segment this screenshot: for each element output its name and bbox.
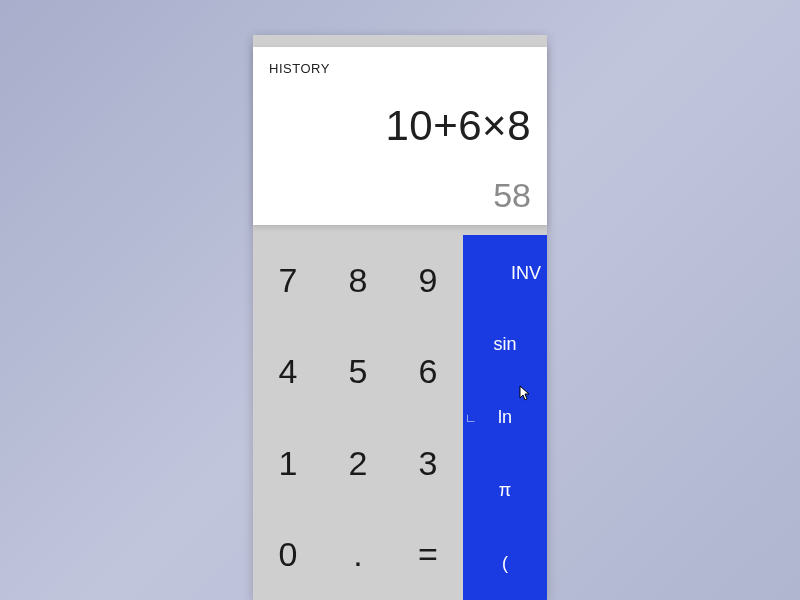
display-card: HISTORY 10+6×8 58 [253,47,547,225]
calculator-window: HISTORY 10+6×8 58 7 8 9 4 5 6 1 2 3 0 . … [253,35,547,600]
numeric-pad: 7 8 9 4 5 6 1 2 3 0 . = [253,235,463,600]
result-display: 58 [269,176,531,215]
decimal-point-button[interactable]: . [323,509,393,600]
digit-0-button[interactable]: 0 [253,509,323,600]
history-label[interactable]: HISTORY [269,61,531,76]
inv-button[interactable]: INV [463,239,547,308]
pi-button[interactable]: π [463,454,547,527]
digit-3-button[interactable]: 3 [393,418,463,509]
drawer-handle-icon[interactable]: ∟ [465,411,477,425]
expression-display[interactable]: 10+6×8 [269,76,531,176]
digit-8-button[interactable]: 8 [323,235,393,326]
digit-2-button[interactable]: 2 [323,418,393,509]
scientific-drawer: ∟ INV sin ln π ( [463,235,547,600]
digit-9-button[interactable]: 9 [393,235,463,326]
sin-button[interactable]: sin [463,308,547,381]
equals-button[interactable]: = [393,509,463,600]
digit-1-button[interactable]: 1 [253,418,323,509]
digit-6-button[interactable]: 6 [393,326,463,417]
digit-4-button[interactable]: 4 [253,326,323,417]
digit-5-button[interactable]: 5 [323,326,393,417]
digit-7-button[interactable]: 7 [253,235,323,326]
open-paren-button[interactable]: ( [463,527,547,600]
keypad: 7 8 9 4 5 6 1 2 3 0 . = ∟ INV sin ln π ( [253,235,547,600]
